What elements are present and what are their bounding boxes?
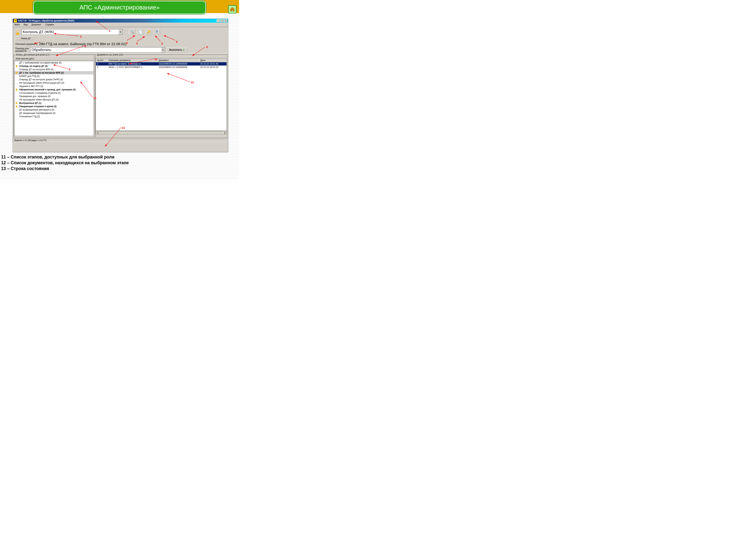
hand-icon: ✋ [15, 105, 18, 108]
stage-item-label: ДТ ожидающие подтверждения (0) [19, 112, 55, 114]
stages-panel-caption: Этапы, доступные для роли (17) [15, 53, 50, 56]
key-button[interactable]: 🔑 [145, 29, 152, 35]
stage-item-label: Ожидающие отправки в архив (3) [19, 105, 57, 108]
table-cell: 10102090/02.10.10/0000006 [157, 65, 199, 69]
binoculars-icon: 🔍 [130, 30, 134, 34]
key-icon: 🔑 [147, 30, 151, 34]
stage-item[interactable]: ✋Ожидающие отправки в архив (3) [15, 105, 94, 108]
chevron-down-icon[interactable]: ▼ [161, 47, 165, 52]
stage-item[interactable]: Согласование с координир.Отделом (0) [15, 91, 94, 95]
status-version: Версия 1.3.1.59 [ядро 1.2.0.77] [13, 139, 53, 142]
slide-captions: 11 – Список этапов, доступных для выбран… [1, 154, 129, 171]
documents-panel-caption: Документы на этапе (2/2) [96, 53, 124, 56]
table-cell: ЭК10 т.-1 ООО ЭКОПОЛИМЕР (... [107, 65, 158, 69]
stage-item[interactable]: Очередь ДТ на контроле ФЛК (0) [15, 68, 94, 71]
stage-item[interactable]: Не прошедшие обмен (Регистрация ДТ) (0) [15, 81, 94, 85]
properties-button[interactable]: 📄 [137, 29, 144, 35]
menu-file[interactable]: Файл [14, 23, 21, 26]
stages-panel: Этапы, доступные для роли (17) Этап (кол… [14, 54, 94, 138]
slide-title: АПС «Администрирование» [79, 4, 160, 11]
status-empty [53, 139, 228, 142]
table-header[interactable]: Документ [157, 59, 199, 62]
new-document-button[interactable]: 📋 Новая ДТ [15, 36, 33, 41]
chevron-down-icon[interactable]: ▼ [119, 29, 122, 34]
documents-table: № п/пОписание документаДокументДата 1ИМ-… [96, 58, 227, 69]
table-header[interactable]: Дата [199, 59, 226, 62]
hand-icon: ✋ [15, 88, 18, 91]
stage-item[interactable]: ДТ ожидающие подтверждения (0) [15, 111, 94, 115]
stage-item-label: Согласование с координир.Отделом (0) [19, 92, 60, 94]
stage-item[interactable]: ✋Оформление решений о провед. доп. прове… [15, 88, 94, 91]
table-header[interactable]: № п/п [96, 59, 107, 62]
hand-icon: ✋ [15, 65, 18, 68]
table-cell: 20.10.10 15:41:46 [199, 62, 226, 66]
role-combobox-text: Контроль ДТ (ФЛК) [22, 29, 119, 34]
transition-label: Переход для документа: [15, 47, 29, 52]
table-row[interactable]: 2ЭК10 т.-1 ООО ЭКОПОЛИМЕР (...10102090/0… [96, 65, 227, 69]
stages-header: Этап (кол-во док.) [14, 57, 94, 60]
slide-title-box: АПС «Администрирование» [33, 1, 206, 14]
home-icon[interactable] [228, 5, 236, 14]
stage-item[interactable]: ДТ с требованиями на корректировку (0) [15, 61, 94, 64]
user-icon [15, 29, 20, 35]
app-icon: ⊞ [14, 19, 17, 22]
menu-bar: Файл Вид Документ Справка [13, 23, 228, 27]
menu-help[interactable]: Справка [44, 23, 54, 26]
stage-item-label: БУФЕР для ПТД (0) [19, 75, 40, 77]
svg-point-0 [17, 29, 19, 32]
description-text: ИМ-ГТД на компл. Байконур (пр.ГТК 884 от… [39, 42, 126, 46]
stage-item-label: Очередь ДТ на контроле докум.(ТиНР) (0) [19, 78, 63, 81]
stage-item[interactable]: ✋Выпущенные ДТ (1) [15, 101, 94, 105]
table-cell: 2 [96, 65, 107, 69]
table-cell: 10102090/20.10.10/9000008 [157, 62, 199, 66]
stage-item[interactable]: Очередь ДТ на контроле докум.(ТиНР) (0) [15, 78, 94, 81]
stage-item[interactable]: БУФЕР для ПТД (0) [15, 75, 94, 78]
table-header[interactable]: Описание документа [107, 59, 158, 62]
minimize-button[interactable]: _ [216, 19, 220, 22]
close-button[interactable]: × [224, 19, 228, 22]
table-cell: 1 [96, 62, 107, 66]
table-row[interactable]: 1ИМ-ГТД на компл. Байконур (п...10102090… [96, 62, 227, 66]
stages-list[interactable]: ДТ с требованиями на корректировку (0)✋О… [14, 61, 94, 136]
stage-item[interactable]: Проведение доп. проверки (0) [15, 95, 94, 98]
stage-item-label: Задания в ЭКС РТУ (0) [19, 85, 43, 87]
stage-item-label: Выпущенные ДТ (1) [19, 102, 41, 104]
execute-button[interactable]: Выполнить ➪ [166, 47, 188, 52]
stage-item-label: Оформление решений о провед. доп. провер… [19, 88, 76, 91]
scroll-right-button[interactable]: ► [223, 131, 227, 134]
stage-item-label: Проведение доп. проверки (0) [19, 95, 51, 98]
window-title: АИСТ-М - ПЗ Модуль обработки документов … [18, 20, 216, 22]
maximize-button[interactable]: □ [221, 19, 224, 22]
stage-item[interactable]: Не прошедшие обмен (Выпуск ДТ) (0) [15, 98, 94, 101]
menu-document[interactable]: Документ [31, 23, 42, 26]
stage-item[interactable]: ДТ возвращенные декларанту (0) [15, 108, 94, 111]
stage-item-label: Не прошедшие обмен (Выпуск ДТ) (0) [19, 98, 59, 101]
stage-item[interactable]: Задания в ЭКС РТУ (0) [15, 85, 94, 88]
status-bar: Версия 1.3.1.59 [ядро 1.2.0.77] [13, 138, 228, 142]
stage-item-label: ДТ с требованиями на корректировку (0) [19, 61, 61, 64]
documents-table-wrap[interactable]: № п/пОписание документаДокументДата 1ИМ-… [96, 58, 227, 131]
caption-11: 11 – Список этапов, доступных для выбран… [1, 154, 129, 160]
stage-item-label: Отказанные ГТД (0) [19, 115, 40, 118]
stage-item-label: Не прошедшие обмен (Регистрация ДТ) (0) [19, 82, 64, 84]
table-cell: ИМ-ГТД на компл. Байконур (п... [107, 62, 158, 66]
horizontal-scrollbar[interactable]: ◄ ► [96, 131, 227, 134]
documents-panel: Документы на этапе (2/2) № п/пОписание д… [95, 54, 227, 138]
transition-combobox[interactable]: Обработать ▼ [30, 47, 165, 52]
question-icon: ? [156, 30, 158, 34]
menu-view[interactable]: Вид [23, 23, 29, 26]
search-button[interactable]: 🔍 [129, 29, 135, 35]
scroll-left-button[interactable]: ◄ [96, 131, 99, 134]
arrow-right-icon: ➪ [183, 49, 185, 51]
caption-13: 13 – Строка состояния [1, 166, 129, 171]
new-document-label: Новая ДТ [21, 37, 31, 40]
stage-item[interactable]: ✋ДТ с тех. ошибками на контроле ФЛК (2) [15, 71, 94, 75]
role-combobox[interactable]: Контроль ДТ (ФЛК) ▼ [21, 29, 123, 35]
stage-item-label: Очередь ДТ на контроле ФЛК (0) [19, 68, 53, 71]
new-icon: 📋 [17, 37, 20, 40]
stage-item[interactable]: ✋Очередь на подачу ДТ (4) [15, 64, 94, 68]
stage-item[interactable]: Отказанные ГТД (0) [15, 115, 94, 118]
execute-label: Выполнить [170, 49, 182, 51]
help-button[interactable]: ? [154, 29, 160, 35]
stage-item-label: ДТ с тех. ошибками на контроле ФЛК (2) [19, 72, 64, 74]
